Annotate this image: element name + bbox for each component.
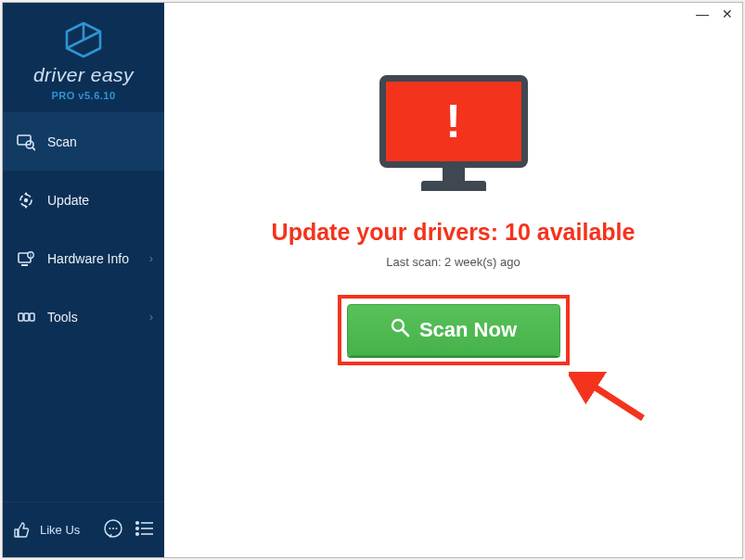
sidebar-nav: Scan Update i Hardware Info › Tools [3,112,164,502]
last-scan-text: Last scan: 2 week(s) ago [386,255,520,269]
chevron-right-icon: › [149,252,153,265]
scan-button-label: Scan Now [419,318,517,342]
like-us-label[interactable]: Like Us [40,523,94,537]
sidebar-item-label: Scan [47,134,77,149]
brand-logo-icon [63,21,104,58]
svg-line-2 [83,32,100,40]
headline-text: Update your drivers: 10 available [272,219,636,246]
brand-version: PRO v5.6.10 [51,90,115,101]
alert-monitor-icon: ! [379,75,528,191]
tools-icon [16,308,36,326]
app-window: driver easy PRO v5.6.10 Scan Update i [2,2,743,558]
svg-point-17 [109,528,111,529]
sidebar-item-label: Tools [47,310,78,325]
brand-block: driver easy PRO v5.6.10 [3,3,164,112]
search-icon [390,317,410,343]
sidebar-footer: Like Us [3,502,164,557]
svg-rect-4 [18,135,31,145]
sidebar: driver easy PRO v5.6.10 Scan Update i [3,3,164,557]
scan-icon [16,133,36,151]
menu-list-icon[interactable] [135,520,155,541]
sidebar-item-update[interactable]: Update [3,171,164,229]
brand-name: driver easy [33,64,134,86]
sidebar-item-label: Hardware Info [47,251,129,266]
svg-rect-15 [30,313,34,321]
svg-point-20 [136,521,139,524]
sidebar-item-label: Update [47,193,89,208]
thumb-up-icon[interactable] [12,521,31,540]
svg-rect-10 [21,264,28,266]
svg-line-3 [67,40,83,48]
svg-text:i: i [30,252,31,258]
chevron-right-icon: › [149,311,153,324]
svg-point-22 [136,527,139,529]
feedback-icon[interactable] [103,518,123,542]
sidebar-item-scan[interactable]: Scan [3,112,164,171]
svg-point-8 [24,197,28,201]
exclamation-icon: ! [445,95,461,148]
svg-point-24 [136,532,139,535]
sidebar-item-hardware-info[interactable]: i Hardware Info › [3,229,164,287]
scan-highlight-box: Scan Now [338,295,570,365]
svg-line-6 [32,147,35,150]
main-center: ! Update your drivers: 10 available Last… [164,3,742,557]
svg-point-19 [116,528,118,529]
update-icon [16,191,36,210]
hardware-icon: i [16,249,36,268]
svg-line-27 [403,330,408,336]
svg-rect-14 [24,313,29,321]
sidebar-item-tools[interactable]: Tools › [3,287,164,346]
scan-now-button[interactable]: Scan Now [347,304,560,356]
svg-point-18 [112,528,114,529]
svg-rect-13 [19,313,23,321]
main-content: — ✕ ! Update your drivers: 10 available … [164,3,742,557]
